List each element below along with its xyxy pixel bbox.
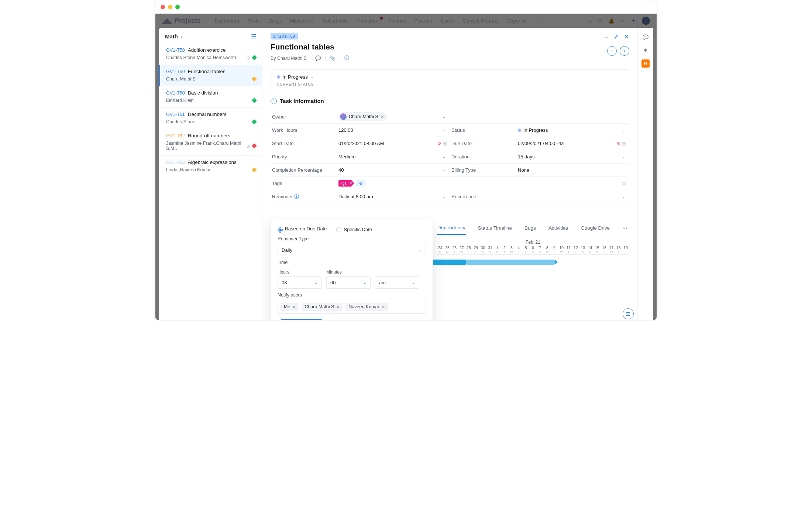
tab-status-timeline[interactable]: Status Timeline	[477, 222, 513, 234]
work-hours-field[interactable]: 120:00⌄	[338, 127, 448, 133]
due-date-label: Due Date	[451, 141, 514, 146]
remove-tag-icon[interactable]: ✕	[349, 181, 352, 185]
h-badge-icon[interactable]: H	[641, 59, 650, 68]
expand-icon[interactable]: ⤢	[614, 34, 619, 40]
duration-field[interactable]: 15 days⌄	[518, 154, 628, 159]
task-assignees: Einhard Klein	[166, 98, 193, 103]
calendar-icon[interactable]: ▦	[443, 141, 447, 146]
nav-item[interactable]: Forums	[415, 18, 432, 24]
task-list-item[interactable]: GV1-T61Decimal numbers Charles Stone	[159, 108, 262, 129]
remove-user-icon[interactable]: ✕	[336, 305, 340, 309]
gantt-day-cell: 4T	[515, 246, 522, 255]
task-title: Addition exercice	[188, 47, 226, 53]
add-tag-button[interactable]: ⊕	[357, 180, 365, 187]
prev-task-button[interactable]: ‹	[607, 46, 617, 56]
info-icon[interactable]: ⓘ	[294, 194, 299, 199]
task-id: GV1-T58	[166, 48, 185, 53]
nav-item[interactable]: Bugs	[270, 18, 281, 24]
task-list-item[interactable]: GV1-T60Basic division Einhard Klein	[159, 86, 262, 108]
owner-field[interactable]: Charu Mathi S✕ ⌄	[338, 112, 448, 121]
comment-icon[interactable]: 💬	[641, 33, 650, 41]
start-date-label: Start Date	[272, 141, 335, 146]
ampm-select[interactable]: am⌄	[375, 276, 419, 289]
update-reminder-button[interactable]: Update reminder	[278, 319, 325, 320]
nav-item[interactable]: Documents	[323, 18, 348, 24]
status-dropdown[interactable]: In Progress ⌄	[277, 74, 623, 80]
remove-owner-icon[interactable]: ✕	[381, 114, 384, 119]
gantt-bar-remaining[interactable]	[466, 260, 555, 265]
gantt-day-cell: 11T	[565, 246, 572, 255]
tab-bugs[interactable]: Bugs	[524, 222, 537, 234]
nav-item[interactable]: Dashboard	[215, 18, 239, 24]
tab-google-drive[interactable]: Google Drive	[580, 222, 610, 234]
radio-due-date[interactable]: Based on Due Date	[278, 226, 327, 233]
close-dot[interactable]	[161, 5, 165, 9]
copy-icon[interactable]: ⧉	[622, 181, 626, 186]
category-title[interactable]: Math ⌄	[165, 33, 183, 40]
billing-field[interactable]: None⌄	[518, 167, 628, 173]
remove-user-icon[interactable]: ✕	[382, 305, 385, 309]
tab-activities[interactable]: Activities	[548, 222, 569, 234]
tab-dependency[interactable]: Dependency	[437, 221, 466, 235]
status-field[interactable]: In Progress⌄	[518, 127, 628, 133]
priority-field[interactable]: Medium⌄	[338, 154, 448, 159]
user-chip[interactable]: Charu Mathi S ✕	[302, 303, 343, 311]
nav-item[interactable]: Gantt & Reports	[463, 18, 499, 24]
avatar[interactable]	[642, 17, 650, 25]
completion-label: Completion Percentage	[272, 167, 335, 173]
nav-item[interactable]: Milestones	[290, 18, 314, 24]
chat-bubble-button[interactable]: ☰	[623, 308, 634, 319]
tag-chip[interactable]: Q1✕	[338, 180, 354, 187]
settings-icon[interactable]: ✂	[620, 18, 625, 24]
attachment-icon[interactable]: 📎	[330, 55, 336, 61]
status-bar: In Progress ⌄ CURRENT STATUS	[271, 69, 629, 91]
notify-users-field[interactable]: Me ✕Charu Mathi S ✕Naveen Kumar ✕	[278, 300, 426, 314]
bell-icon[interactable]: 🔔	[608, 18, 615, 24]
search-icon[interactable]: ⌕	[589, 18, 592, 24]
gantt-day-cell: 24S	[437, 246, 444, 255]
nav-more[interactable]: …	[536, 18, 541, 24]
hours-select[interactable]: 08⌄	[278, 276, 322, 289]
info-icon[interactable]: ⓘ	[344, 55, 349, 61]
priority-diamond-icon	[252, 55, 257, 60]
nav-item[interactable]: Users	[441, 18, 454, 24]
reminder-type-select[interactable]: Daily⌄	[278, 244, 426, 256]
task-list-item[interactable]: GV1-T59Functional tables Charu Mathi S	[159, 65, 262, 86]
task-list-item[interactable]: GV1-T63Algebraic expressions Linda ,Nave…	[159, 156, 262, 177]
sparkle-icon[interactable]: ✱	[641, 46, 650, 54]
task-list-item[interactable]: GV1-T58Addition exercice Charles Stone,M…	[159, 44, 262, 65]
close-icon[interactable]: ✕	[624, 33, 629, 41]
gantt-day-cell: 30S	[479, 246, 486, 255]
nav-item[interactable]: Tasks	[248, 18, 261, 24]
task-id: GV1-T62	[166, 133, 185, 138]
minutes-select[interactable]: 00⌄	[326, 276, 371, 289]
completion-field[interactable]: 40⌄	[338, 167, 448, 173]
more-icon[interactable]: ⋯	[603, 34, 609, 40]
user-chip[interactable]: Me ✕	[281, 303, 299, 311]
gantt-day-cell: 18T	[615, 246, 622, 255]
plus-icon[interactable]: ＋	[631, 17, 636, 24]
remove-user-icon[interactable]: ✕	[292, 305, 296, 309]
minimize-dot[interactable]	[168, 5, 172, 9]
user-chip[interactable]: Naveen Kumar ✕	[345, 303, 388, 311]
timer-icon[interactable]: ◷	[598, 18, 602, 24]
gantt-day-cell: 7S	[537, 246, 544, 255]
nav-item[interactable]: Timesheet	[357, 18, 380, 24]
comments-icon[interactable]: 💬	[315, 55, 321, 61]
start-date-field[interactable]: 01/20/2021 08:00 AM ⊘▦	[338, 141, 448, 146]
nav-item[interactable]: Finance	[389, 18, 406, 24]
due-date-field[interactable]: 02/09/2021 04:00 PM ⊘▦	[518, 141, 628, 146]
radio-specific-date[interactable]: Specific Date	[336, 227, 372, 232]
filter-icon[interactable]: ☰	[251, 33, 256, 40]
app-logo[interactable]: ◢◣Projects	[162, 17, 201, 25]
tags-field[interactable]: Q1✕ ⊕ ⧉	[338, 180, 628, 187]
priority-diamond-icon	[252, 98, 257, 103]
collapse-icon[interactable]: ⌃	[271, 98, 277, 104]
reminder-field[interactable]: Daily at 8:00 am⌄	[338, 194, 448, 199]
fullscreen-dot[interactable]	[175, 5, 180, 9]
nav-item[interactable]: Expense	[508, 18, 527, 24]
task-list-item[interactable]: GV1-T62Round-off numbers Jasmine Jasmine…	[159, 129, 262, 156]
calendar-icon[interactable]: ▦	[622, 141, 626, 146]
next-task-button[interactable]: ›	[620, 46, 629, 56]
tab-more[interactable]: ⋯	[622, 222, 628, 235]
